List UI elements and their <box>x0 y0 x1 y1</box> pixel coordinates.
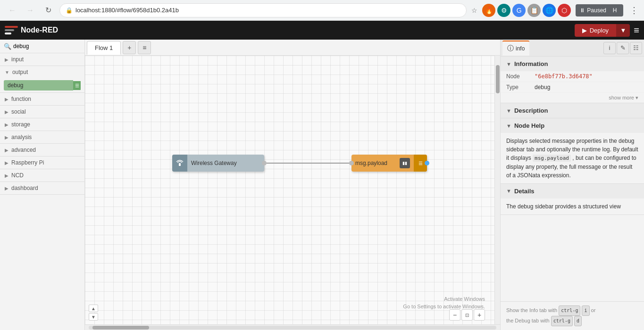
ext-icon-5[interactable]: 🌐 <box>543 4 556 17</box>
category-header-social[interactable]: ▶ social <box>0 106 84 118</box>
chart-icon-btn[interactable]: ☷ <box>630 42 642 54</box>
category-header-input[interactable]: ▶ input <box>0 53 84 66</box>
palette-node-debug[interactable]: debug ☰ <box>4 80 81 91</box>
description-section-header[interactable]: ▼ Description <box>501 103 644 118</box>
palette-category-storage: ▶ storage <box>0 118 84 131</box>
browser-extension-icons: 🔥 ⚙ G 📋 🌐 ⬡ <box>482 4 571 17</box>
zoom-fit-button[interactable]: ⊡ <box>461 309 473 321</box>
canvas-vertical-scrollbar[interactable] <box>494 56 500 324</box>
chevron-details: ▼ <box>506 188 511 194</box>
node-msg-payload[interactable]: msg.payload ☰ ▮▮ <box>351 155 427 172</box>
chevron-description: ▼ <box>506 108 511 114</box>
category-header-function[interactable]: ▶ function <box>0 93 84 105</box>
ext-icon-2[interactable]: ⚙ <box>497 4 510 17</box>
category-header-analysis[interactable]: ▶ analysis <box>0 131 84 143</box>
node-wireless-gateway[interactable]: Wireless Gateway <box>172 155 264 172</box>
chevron-storage: ▶ <box>5 122 8 127</box>
kbd-ctrl-g-2: ctrl-g <box>551 316 573 326</box>
bookmark-icon[interactable]: ☆ <box>471 7 477 14</box>
info-section-information: ▼ Information Node "6e8bf77b.3d6478" Typ… <box>501 57 644 103</box>
msg-payload-input-port <box>349 161 354 165</box>
info-tab-label: info <box>516 45 525 52</box>
hscroll-track <box>89 326 496 330</box>
edit-icon: ✎ <box>620 44 626 51</box>
reload-button[interactable]: ↻ <box>42 4 55 17</box>
canvas-horizontal-scrollbar[interactable] <box>85 324 500 330</box>
search-input[interactable] <box>13 43 84 50</box>
ext-icon-3[interactable]: G <box>512 4 526 17</box>
chevron-input: ▶ <box>5 57 8 62</box>
profile-icon: H <box>610 6 619 15</box>
tab-add-button[interactable]: + <box>123 41 136 54</box>
ext-icon-1[interactable]: 🔥 <box>482 4 495 17</box>
node-help-section-header[interactable]: ▼ Node Help <box>501 118 644 133</box>
information-section-header[interactable]: ▼ Information <box>501 57 644 71</box>
forward-button[interactable]: → <box>24 4 37 17</box>
nr-info-panel: ⓘ info i ✎ ☷ ▼ Information <box>500 40 644 330</box>
info-tab-icons: i ✎ ☷ <box>603 42 642 54</box>
ext-icon-6[interactable]: ⬡ <box>558 4 571 17</box>
palette-category-input: ▶ input <box>0 53 84 66</box>
url-text: localhost:1880/#flow/6958d1b0.2a41b <box>75 7 460 14</box>
show-more-link[interactable]: show more ▾ <box>501 93 644 103</box>
category-label-function: function <box>11 96 31 102</box>
ext-icon-4[interactable]: 📋 <box>527 4 541 17</box>
palette-category-advanced: ▶ advanced <box>0 144 84 157</box>
tab-flow1[interactable]: Flow 1 <box>87 41 121 55</box>
palette-category-dashboard: ▶ dashboard <box>0 182 84 195</box>
kbd-d: d <box>574 316 582 326</box>
info-tab[interactable]: ⓘ info <box>502 41 529 56</box>
search-icon: 🔍 <box>4 43 11 50</box>
description-title: Description <box>514 107 548 114</box>
deploy-dropdown-button[interactable]: ▼ <box>616 24 630 37</box>
category-label-input: input <box>11 56 24 63</box>
deploy-dropdown-arrow: ▼ <box>620 27 626 34</box>
scroll-down-button[interactable]: ▼ <box>89 313 98 321</box>
nr-main: 🔍 ✕ ▶ input ▼ output debug <box>0 40 644 330</box>
url-bar[interactable]: 🔒 localhost:1880/#flow/6958d1b0.2a41b <box>59 3 467 17</box>
info-section-description: ▼ Description <box>501 103 644 118</box>
category-header-output[interactable]: ▼ output <box>0 66 84 78</box>
kbd-ctrl-g-1: ctrl-g <box>559 305 580 316</box>
category-header-storage[interactable]: ▶ storage <box>0 118 84 131</box>
info-node-label: Node <box>506 73 535 80</box>
search-box: 🔍 ✕ <box>0 40 84 53</box>
active-icon: ▮▮ <box>402 161 407 165</box>
deploy-button[interactable]: ▶ Deploy <box>575 24 616 37</box>
paused-badge: ⏸ Paused H <box>576 4 623 16</box>
zoom-in-button[interactable]: + <box>474 309 485 321</box>
category-label-storage: storage <box>11 121 30 128</box>
chevron-ncd: ▶ <box>5 173 8 178</box>
category-header-dashboard[interactable]: ▶ dashboard <box>0 182 84 194</box>
category-header-raspberry-pi[interactable]: ▶ Raspberry Pi <box>0 157 84 169</box>
palette-category-raspberry-pi: ▶ Raspberry Pi <box>0 157 84 169</box>
flow-canvas[interactable]: Wireless Gateway msg.payload ☰ ▮▮ <box>85 56 494 324</box>
details-section-header[interactable]: ▼ Details <box>501 184 644 198</box>
node-help-body: Displays selected message properties in … <box>501 133 644 183</box>
chevron-dashboard: ▶ <box>5 186 8 191</box>
info-icon-btn[interactable]: i <box>603 42 616 54</box>
zoom-out-button[interactable]: − <box>449 309 460 321</box>
tab-menu-button[interactable]: ≡ <box>138 41 151 54</box>
hint-debug-pre: the Debug tab with <box>506 318 550 323</box>
browser-menu-button[interactable]: ⋮ <box>630 5 638 16</box>
palette-category-social: ▶ social <box>0 106 84 118</box>
category-header-ncd[interactable]: ▶ NCD <box>0 169 84 182</box>
palette-category-function: ▶ function <box>0 93 84 106</box>
nr-hamburger-menu[interactable]: ≡ <box>634 25 639 35</box>
chevron-analysis: ▶ <box>5 135 8 140</box>
category-header-advanced[interactable]: ▶ advanced <box>0 144 84 156</box>
scroll-up-button[interactable]: ▲ <box>89 305 98 312</box>
node-help-code: msg.payload <box>533 155 571 162</box>
edit-icon-btn[interactable]: ✎ <box>617 42 629 54</box>
pause-icon: ⏸ <box>579 7 585 14</box>
logo-line-3 <box>5 33 11 34</box>
details-title: Details <box>514 188 535 195</box>
info-scroll-container: ▼ Information Node "6e8bf77b.3d6478" Typ… <box>501 57 644 301</box>
info-section-details: ▼ Details The debug sidebar provides a s… <box>501 184 644 215</box>
vscroll-thumb <box>496 65 500 93</box>
back-button[interactable]: ← <box>6 4 19 17</box>
hint-info-pre: Show the Info tab with <box>506 307 557 313</box>
chevron-social: ▶ <box>5 109 8 115</box>
information-title: Information <box>514 60 548 67</box>
